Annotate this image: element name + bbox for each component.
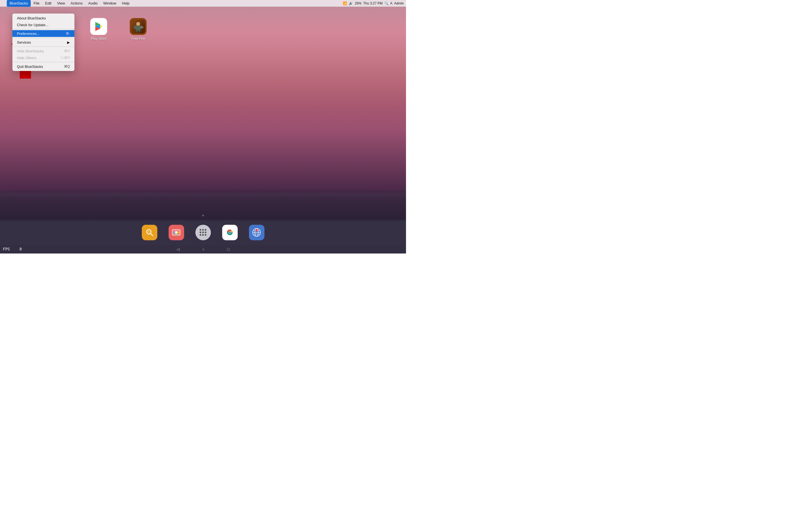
svg-point-42 — [205, 234, 206, 236]
quit-shortcut: ⌘Q — [64, 64, 70, 68]
svg-point-41 — [202, 234, 204, 236]
clock: Thu 3:27 PM — [363, 1, 383, 5]
play-store-app[interactable]: Play Store — [90, 18, 107, 41]
help-menu-item[interactable]: Help — [119, 0, 133, 7]
svg-point-40 — [200, 234, 201, 236]
quit-item[interactable]: Quit BlueStacks ⌘Q — [12, 63, 74, 70]
play-store-icon — [90, 18, 107, 35]
home-button[interactable]: ○ — [202, 247, 204, 251]
taskbar-app-drawer[interactable] — [195, 225, 211, 240]
bluestacks-menu-item[interactable]: BlueStacks — [7, 0, 31, 7]
svg-point-35 — [202, 229, 204, 231]
services-arrow-icon: ▶ — [67, 40, 70, 45]
fps-value: 0 — [19, 247, 22, 251]
svg-point-33 — [175, 231, 177, 233]
bluestacks-area: Among Us Play Store — [0, 7, 406, 253]
recents-button[interactable]: □ — [227, 247, 230, 251]
wifi-icon: 📶 — [343, 1, 347, 5]
fps-counter: FPS 0 — [3, 247, 22, 251]
free-fire-label: Free Fire — [132, 37, 145, 41]
hide-others-item: Hide Others ⌥⌘H — [12, 54, 74, 61]
svg-point-47 — [229, 231, 231, 233]
edit-menu-item[interactable]: Edit — [42, 0, 54, 7]
view-menu-item[interactable]: View — [54, 0, 68, 7]
android-taskbar — [0, 220, 406, 245]
chevron-up-indicator[interactable]: ^ — [202, 214, 204, 219]
apple-menu[interactable] — [0, 0, 7, 7]
taskbar-search-app[interactable] — [142, 225, 157, 240]
menu-divider-4 — [12, 62, 74, 62]
svg-rect-17 — [136, 25, 140, 31]
svg-rect-20 — [136, 30, 138, 33]
svg-rect-18 — [134, 25, 136, 29]
bluestacks-dropdown-menu: About BlueStacks Check for Update... Pre… — [12, 13, 74, 71]
taskbar-browser-app[interactable] — [249, 225, 264, 240]
svg-point-16 — [136, 22, 140, 26]
preferences-item[interactable]: Preferences... ⌘, — [12, 30, 74, 37]
file-menu-item[interactable]: File — [31, 0, 42, 7]
hide-item: Hide BlueStacks ⌘H — [12, 48, 74, 54]
taskbar-photos-app[interactable] — [168, 225, 184, 240]
sound-icon: 🔊 — [349, 1, 353, 5]
svg-rect-21 — [139, 30, 140, 33]
user-name: Admin — [394, 1, 404, 5]
back-button[interactable]: ◁ — [176, 247, 180, 251]
actions-menu-item[interactable]: Actions — [68, 0, 86, 7]
battery-indicator: 26% — [355, 1, 361, 5]
free-fire-icon — [130, 18, 147, 35]
svg-point-37 — [200, 231, 201, 233]
menubar-right: 📶 🔊 26% Thu 3:27 PM 🔍 A Admin — [343, 1, 406, 5]
check-update-item[interactable]: Check for Update... — [12, 21, 74, 28]
fps-label: FPS — [3, 247, 10, 251]
svg-point-34 — [200, 229, 201, 231]
svg-line-24 — [151, 233, 153, 236]
svg-point-39 — [205, 231, 206, 233]
star — [197, 15, 198, 15]
android-navbar: ◁ ○ □ — [0, 245, 406, 253]
svg-point-36 — [205, 229, 206, 231]
svg-point-25 — [148, 231, 150, 233]
hide-others-shortcut: ⌥⌘H — [60, 56, 70, 60]
preferences-shortcut: ⌘, — [66, 32, 70, 36]
user-icon: A — [390, 1, 393, 5]
free-fire-app[interactable]: Free Fire — [130, 18, 147, 41]
services-item[interactable]: Services ▶ — [12, 39, 74, 46]
taskbar-chrome-app[interactable] — [222, 225, 238, 240]
spotlight-icon[interactable]: 🔍 — [384, 1, 389, 5]
svg-point-38 — [202, 231, 204, 233]
audio-menu-item[interactable]: Audio — [86, 0, 100, 7]
about-bluestacks-item[interactable]: About BlueStacks — [12, 15, 74, 21]
play-store-label: Play Store — [91, 37, 106, 41]
window-menu-item[interactable]: Window — [100, 0, 119, 7]
menubar: BlueStacks File Edit View Actions Audio … — [0, 0, 406, 7]
hide-shortcut: ⌘H — [64, 49, 70, 53]
menubar-left: BlueStacks File Edit View Actions Audio … — [0, 0, 132, 7]
svg-rect-22 — [140, 27, 144, 27]
